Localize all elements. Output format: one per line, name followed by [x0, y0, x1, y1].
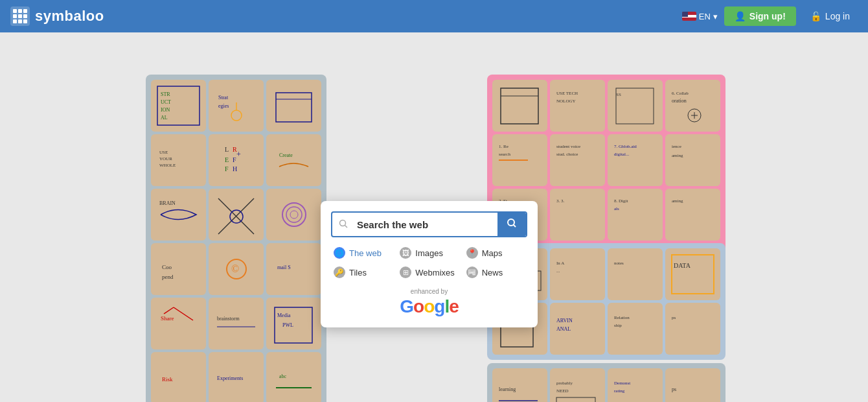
- tile-item[interactable]: [492, 80, 547, 132]
- svg-text:search: search: [499, 152, 510, 157]
- svg-text:stud. choice: stud. choice: [556, 152, 578, 157]
- tile-item[interactable]: 7. Gblob.aiddigital...: [608, 134, 663, 186]
- images-icon: 🖼: [400, 247, 411, 259]
- svg-text:WHOLE: WHOLE: [159, 163, 176, 168]
- tile-item[interactable]: Strategies: [209, 80, 264, 132]
- svg-text:...: ...: [556, 268, 560, 274]
- maps-option-label: Maps: [482, 248, 503, 258]
- tile-item[interactable]: [266, 80, 321, 132]
- tile-item[interactable]: Coopend: [151, 243, 206, 295]
- tile-item[interactable]: DATA: [665, 248, 720, 300]
- search-option-webmixes[interactable]: ⊞ Webmixes: [397, 265, 461, 280]
- tile-item[interactable]: 3. 3.: [550, 189, 605, 241]
- enhanced-by-text: enhanced by: [331, 288, 527, 295]
- header: symbaloo EN ▾ 👤 Sign up! 🔓 Log in: [0, 0, 868, 32]
- svg-text:3. 3.: 3. 3.: [556, 198, 565, 204]
- svg-rect-34: [269, 192, 318, 237]
- person-add-icon: 👤: [735, 11, 746, 21]
- tile-item[interactable]: abc: [266, 352, 321, 402]
- svg-text:In A: In A: [556, 261, 564, 266]
- language-selector[interactable]: EN ▾: [682, 12, 718, 21]
- svg-text:Risk: Risk: [162, 376, 173, 383]
- svg-text:7. Gblob.aid: 7. Gblob.aid: [614, 144, 637, 149]
- tile-item[interactable]: 8. Digitals: [608, 189, 663, 241]
- tile-item[interactable]: ienceaming: [665, 134, 720, 186]
- tile-item[interactable]: mail S: [266, 243, 321, 295]
- svg-text:als: als: [614, 206, 619, 211]
- tile-item[interactable]: USE TECHNOLOGY: [550, 80, 605, 132]
- tile-item[interactable]: aming: [665, 189, 720, 241]
- svg-text:mail S: mail S: [277, 265, 291, 270]
- tile-item[interactable]: In A...: [550, 248, 605, 300]
- tile-item[interactable]: student voicestud. choice: [550, 134, 605, 186]
- search-option-web[interactable]: 🌐 The web: [331, 245, 394, 261]
- tile-item[interactable]: ARVINANAL: [550, 303, 605, 355]
- svg-rect-64: [496, 83, 544, 128]
- search-option-images[interactable]: 🖼 Images: [397, 245, 461, 261]
- tile-item[interactable]: learning: [492, 368, 547, 402]
- tile-item[interactable]: LREFFH+: [209, 134, 264, 186]
- chevron-down-icon: ▾: [713, 12, 718, 21]
- search-input[interactable]: [354, 214, 497, 235]
- svg-rect-50: [212, 301, 260, 346]
- svg-text:ANAL: ANAL: [556, 326, 571, 332]
- tile-item[interactable]: MediaPWL: [266, 298, 321, 349]
- tile-item[interactable]: Share: [151, 298, 206, 349]
- svg-text:Share: Share: [161, 315, 174, 322]
- left-tile-grid: STRUCTIONAL Strategies USEYOURWHOLE LREF…: [146, 75, 326, 402]
- tile-item[interactable]: Risk: [151, 352, 206, 402]
- tile-item[interactable]: USEYOURWHOLE: [151, 134, 206, 186]
- svg-text:Strat: Strat: [218, 95, 229, 100]
- tile-item[interactable]: 6. Collaboration: [665, 80, 720, 132]
- right-bottom-tile-grid: learning probablyNEED Demonstrating ps s…: [487, 363, 725, 402]
- tile-item[interactable]: STRUCTIONAL: [151, 80, 206, 132]
- svg-text:ARVIN: ARVIN: [556, 318, 573, 324]
- svg-text:BRAIN: BRAIN: [159, 200, 176, 206]
- svg-text:Media: Media: [277, 313, 291, 318]
- svg-text:USE TECH: USE TECH: [556, 91, 578, 96]
- svg-rect-46: [154, 301, 203, 346]
- tile-item[interactable]: brainstorm: [209, 298, 264, 349]
- tiles-icon: 🔑: [334, 266, 345, 278]
- tile-item[interactable]: 1. Research: [492, 134, 547, 186]
- tile-item[interactable]: Relationship: [608, 303, 663, 355]
- svg-rect-26: [269, 137, 318, 183]
- tile-item[interactable]: [209, 189, 264, 241]
- login-icon: 🔓: [810, 11, 821, 21]
- login-button[interactable]: 🔓 Log in: [803, 6, 858, 26]
- tile-item[interactable]: ps: [665, 368, 720, 402]
- tile-item[interactable]: Create: [266, 134, 321, 186]
- svg-text:egies: egies: [218, 103, 229, 109]
- svg-rect-142: [611, 372, 659, 402]
- signup-label: Sign up!: [749, 11, 786, 21]
- svg-text:notes: notes: [614, 261, 624, 266]
- svg-text:PWL: PWL: [282, 322, 293, 328]
- tile-item[interactable]: probablyNEED: [550, 368, 605, 402]
- svg-text:rating: rating: [614, 388, 625, 394]
- tile-item[interactable]: Demonstrating: [608, 368, 663, 402]
- svg-text:L: L: [225, 146, 229, 153]
- search-option-maps[interactable]: 📍 Maps: [464, 245, 527, 261]
- search-option-tiles[interactable]: 🔑 Tiles: [331, 265, 394, 280]
- tile-item[interactable]: BRAIN: [151, 189, 206, 241]
- news-icon: 📰: [466, 266, 478, 278]
- logo[interactable]: symbaloo: [10, 6, 104, 26]
- svg-text:E: E: [225, 156, 229, 163]
- tile-item[interactable]: [266, 189, 321, 241]
- tile-item[interactable]: ps: [665, 303, 720, 355]
- search-option-news[interactable]: 📰 News: [464, 265, 527, 280]
- logo-icon: [10, 6, 30, 26]
- svg-text:AL: AL: [161, 115, 168, 121]
- search-submit-button[interactable]: [497, 213, 526, 236]
- tile-item[interactable]: SS: [608, 80, 663, 132]
- tile-item[interactable]: notes: [608, 248, 663, 300]
- tile-item[interactable]: Experiments: [209, 352, 264, 402]
- tile-item[interactable]: ©: [209, 243, 264, 295]
- svg-text:ship: ship: [614, 323, 622, 328]
- webmixes-icon: ⊞: [400, 266, 411, 278]
- svg-rect-133: [668, 306, 717, 351]
- signup-button[interactable]: 👤 Sign up!: [724, 6, 796, 26]
- tiles-option-label: Tiles: [349, 268, 367, 278]
- maps-icon: 📍: [466, 247, 478, 259]
- svg-text:NOLOGY: NOLOGY: [556, 99, 576, 104]
